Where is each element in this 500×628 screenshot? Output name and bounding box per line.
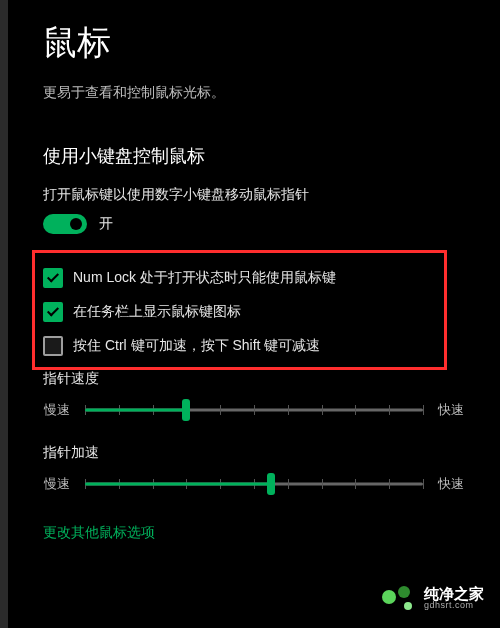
section-keypad-title: 使用小键盘控制鼠标: [43, 144, 465, 168]
checkbox-ctrlshift-label: 按住 Ctrl 键可加速，按下 Shift 键可减速: [73, 336, 320, 355]
checkbox-row-ctrlshift: 按住 Ctrl 键可加速，按下 Shift 键可减速: [43, 336, 465, 356]
slider-high-label: 快速: [437, 475, 465, 493]
page-title: 鼠标: [43, 20, 465, 66]
other-mouse-options-link[interactable]: 更改其他鼠标选项: [43, 524, 155, 542]
checkbox-ctrlshift[interactable]: [43, 336, 63, 356]
pointer-speed-label: 指针速度: [43, 370, 465, 388]
pointer-speed-row: 慢速 快速: [43, 398, 465, 422]
checkbox-numlock[interactable]: [43, 268, 63, 288]
watermark-title: 纯净之家: [424, 586, 484, 601]
slider-thumb[interactable]: [182, 399, 190, 421]
pointer-accel-label: 指针加速: [43, 444, 465, 462]
slider-low-label: 慢速: [43, 475, 71, 493]
checkbox-taskbar[interactable]: [43, 302, 63, 322]
checkbox-taskbar-label: 在任务栏上显示鼠标键图标: [73, 302, 241, 321]
mouse-keys-toggle-row: 开: [43, 214, 465, 234]
watermark-url: gdhsrt.com: [424, 601, 484, 610]
slider-high-label: 快速: [437, 401, 465, 419]
slider-low-label: 慢速: [43, 401, 71, 419]
checkbox-numlock-label: Num Lock 处于打开状态时只能使用鼠标键: [73, 268, 336, 287]
toggle-knob: [70, 218, 82, 230]
checkbox-row-numlock: Num Lock 处于打开状态时只能使用鼠标键: [43, 268, 465, 288]
watermark: 纯净之家 gdhsrt.com: [382, 584, 484, 612]
toggle-description: 打开鼠标键以使用数字小键盘移动鼠标指针: [43, 186, 465, 204]
pointer-accel-row: 慢速 快速: [43, 472, 465, 496]
pointer-accel-slider[interactable]: [85, 472, 423, 496]
pointer-speed-slider[interactable]: [85, 398, 423, 422]
toggle-state-label: 开: [99, 215, 113, 233]
mouse-keys-toggle[interactable]: [43, 214, 87, 234]
watermark-logo-icon: [382, 584, 416, 612]
left-gutter: [0, 0, 8, 628]
page-description: 更易于查看和控制鼠标光标。: [43, 84, 465, 102]
slider-thumb[interactable]: [267, 473, 275, 495]
checkbox-row-taskbar: 在任务栏上显示鼠标键图标: [43, 302, 465, 322]
